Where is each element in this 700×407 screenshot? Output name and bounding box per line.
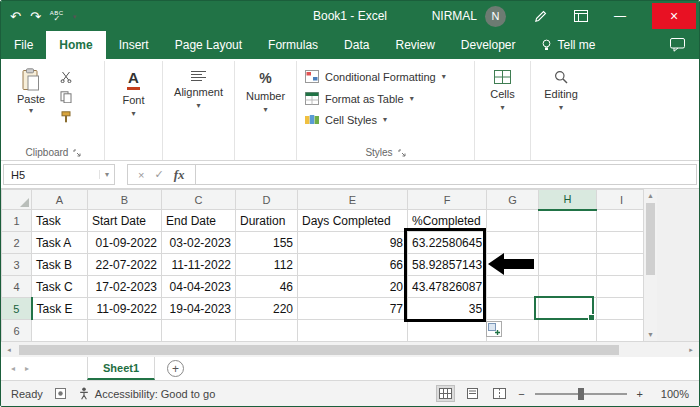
avatar[interactable]: N xyxy=(485,6,506,27)
close-button[interactable]: × xyxy=(652,3,696,29)
cell-F6[interactable] xyxy=(408,320,487,342)
cell-D2[interactable]: 155 xyxy=(236,232,298,254)
row-header-4[interactable]: 4 xyxy=(2,276,32,298)
cell-I2[interactable] xyxy=(597,232,647,254)
vertical-scrollbar[interactable]: ▲ ▼ xyxy=(643,189,657,341)
minimize-icon[interactable]: — xyxy=(614,10,626,22)
editing-button[interactable]: Editing ▾ xyxy=(535,63,587,144)
cell-A5[interactable]: Task E xyxy=(32,298,88,320)
cell-B3[interactable]: 22-07-2022 xyxy=(88,254,162,276)
cells-button[interactable]: Cells ▾ xyxy=(479,63,526,144)
cell-I5[interactable] xyxy=(597,298,647,320)
cell-D1[interactable]: Duration xyxy=(236,210,298,232)
copy-icon[interactable] xyxy=(60,91,72,103)
cell-I3[interactable] xyxy=(597,254,647,276)
cell-B6[interactable] xyxy=(88,320,162,342)
spelling-icon[interactable]: ABC ✓ xyxy=(50,10,64,23)
cell-C4[interactable]: 04-04-2023 xyxy=(162,276,236,298)
cell-H2[interactable] xyxy=(539,232,597,254)
formula-input[interactable] xyxy=(195,164,698,185)
insert-function-icon[interactable]: fx xyxy=(174,167,185,183)
cell-A3[interactable]: Task B xyxy=(32,254,88,276)
cell-D6[interactable] xyxy=(236,320,298,342)
cell-C5[interactable]: 19-04-2023 xyxy=(162,298,236,320)
cell-styles-button[interactable]: Cell Styles ▾ xyxy=(305,114,446,126)
format-painter-icon[interactable] xyxy=(60,111,72,123)
cell-A1[interactable]: Task xyxy=(32,210,88,232)
row-header-1[interactable]: 1 xyxy=(2,210,32,232)
cell-G3[interactable] xyxy=(487,254,539,276)
cell-E3[interactable]: 66 xyxy=(298,254,408,276)
column-header-e[interactable]: E xyxy=(298,190,408,210)
column-header-d[interactable]: D xyxy=(236,190,298,210)
tab-developer[interactable]: Developer xyxy=(448,31,529,59)
horizontal-scrollbar[interactable]: ◂ ▸ xyxy=(1,341,699,357)
cell-B4[interactable]: 17-02-2023 xyxy=(88,276,162,298)
cell-C2[interactable]: 03-02-2023 xyxy=(162,232,236,254)
cell-F3[interactable]: 58.92857143 xyxy=(408,254,487,276)
accessibility-status[interactable]: Accessibility: Good to go xyxy=(78,387,215,400)
cell-A6[interactable] xyxy=(32,320,88,342)
cell-F1[interactable]: %Completed xyxy=(408,210,487,232)
cell-C1[interactable]: End Date xyxy=(162,210,236,232)
zoom-level[interactable]: 100% xyxy=(653,388,689,400)
tab-file[interactable]: File xyxy=(1,31,46,59)
tab-page-layout[interactable]: Page Layout xyxy=(162,31,255,59)
select-all-corner[interactable] xyxy=(2,190,32,210)
vertical-scroll-thumb[interactable] xyxy=(646,203,655,275)
column-header-a[interactable]: A xyxy=(32,190,88,210)
undo-icon[interactable]: ↶ xyxy=(10,10,21,23)
tab-data[interactable]: Data xyxy=(331,31,382,59)
sheet-tab-sheet1[interactable]: Sheet1 xyxy=(87,357,155,380)
cell-F2[interactable]: 63.22580645 xyxy=(408,232,487,254)
sheet-nav-right-icon[interactable]: ▸ xyxy=(25,364,29,373)
column-header-h[interactable]: H xyxy=(539,190,597,210)
scroll-down-icon[interactable]: ▼ xyxy=(644,328,657,341)
cell-G5[interactable] xyxy=(487,298,539,320)
row-header-5[interactable]: 5 xyxy=(2,298,32,320)
scroll-right-icon[interactable]: ▸ xyxy=(683,346,699,354)
tell-me-button[interactable]: Tell me xyxy=(541,31,596,59)
comments-icon[interactable] xyxy=(670,31,685,59)
cell-C6[interactable] xyxy=(162,320,236,342)
conditional-formatting-button[interactable]: Conditional Formatting ▾ xyxy=(305,70,446,83)
cell-H1[interactable] xyxy=(539,210,597,232)
name-box[interactable]: H5 ▾ xyxy=(3,164,115,185)
cell-E2[interactable]: 98 xyxy=(298,232,408,254)
cell-A2[interactable]: Task A xyxy=(32,232,88,254)
row-header-6[interactable]: 6 xyxy=(2,320,32,342)
pen-icon[interactable] xyxy=(534,9,548,23)
font-button[interactable]: A Font ▾ xyxy=(109,63,158,144)
row-header-2[interactable]: 2 xyxy=(2,232,32,254)
cell-A4[interactable]: Task C xyxy=(32,276,88,298)
alignment-button[interactable]: Alignment ▾ xyxy=(167,63,230,144)
zoom-out-button[interactable]: − xyxy=(518,388,524,400)
cancel-icon[interactable]: × xyxy=(138,169,144,181)
zoom-slider[interactable] xyxy=(535,393,627,395)
cell-F4[interactable]: 43.47826087 xyxy=(408,276,487,298)
cell-E5[interactable]: 77 xyxy=(298,298,408,320)
cell-E6[interactable] xyxy=(298,320,408,342)
column-header-f[interactable]: F xyxy=(408,190,487,210)
tab-formulas[interactable]: Formulas xyxy=(255,31,331,59)
paste-button[interactable]: Paste ▾ xyxy=(7,63,55,144)
page-layout-view-icon[interactable] xyxy=(464,386,481,401)
cell-I4[interactable] xyxy=(597,276,647,298)
ribbon-display-options-icon[interactable] xyxy=(574,10,588,22)
scroll-left-icon[interactable]: ◂ xyxy=(1,346,17,354)
qat-chevron-down-icon[interactable]: ▾ xyxy=(73,13,77,20)
auto-fill-options-button[interactable] xyxy=(486,321,502,337)
cell-B2[interactable]: 01-09-2022 xyxy=(88,232,162,254)
cell-H6[interactable] xyxy=(539,320,597,342)
cell-B5[interactable]: 11-09-2022 xyxy=(88,298,162,320)
horizontal-scroll-thumb[interactable] xyxy=(19,345,619,355)
number-button[interactable]: % Number ▾ xyxy=(239,63,292,144)
column-header-g[interactable]: G xyxy=(487,190,539,210)
cell-B1[interactable]: Start Date xyxy=(88,210,162,232)
redo-icon[interactable]: ↷ xyxy=(30,10,41,23)
cell-E4[interactable]: 20 xyxy=(298,276,408,298)
scroll-up-icon[interactable]: ▲ xyxy=(644,189,657,202)
cell-E1[interactable]: Days Completed xyxy=(298,210,408,232)
cell-H4[interactable] xyxy=(539,276,597,298)
cell-G1[interactable] xyxy=(487,210,539,232)
